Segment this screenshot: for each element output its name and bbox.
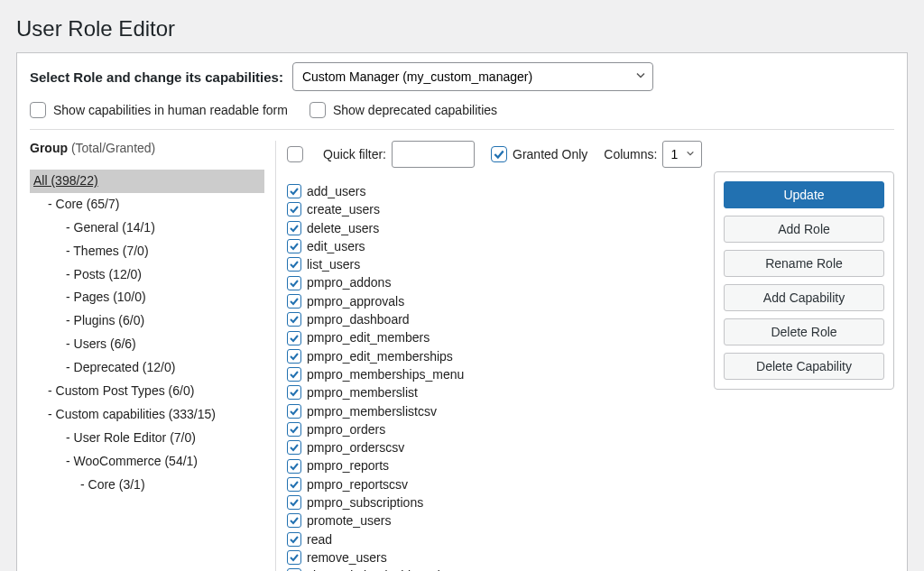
capability-label: pmpro_addons [307, 273, 391, 291]
group-item[interactable]: - Core (3/1) [30, 474, 264, 497]
capability-label: create_users [307, 200, 380, 218]
capability-label: read [307, 530, 332, 548]
group-item-label: - User Role Editor (7/0) [66, 430, 196, 445]
capability-checkbox[interactable] [287, 331, 301, 345]
capability-checkbox[interactable] [287, 312, 301, 327]
capability-label: pmpro_memberships_menu [307, 365, 464, 383]
update-button[interactable]: Update [724, 181, 884, 208]
select-all-checkbox[interactable] [287, 146, 303, 162]
capability-label: pmpro_approvals [307, 292, 404, 310]
group-item-label: - Users (6/6) [66, 336, 136, 351]
group-item-label: - Core (65/7) [48, 197, 119, 211]
group-item[interactable]: - Posts (12/0) [30, 263, 264, 287]
capability-checkbox[interactable] [287, 440, 301, 455]
capability-label: pmpro_dashboard [307, 310, 410, 328]
capability-label: pmpro_subscriptions [307, 493, 423, 511]
show-deprecated-label: Show deprecated capabilities [333, 103, 497, 117]
capabilities-list: add_userscreate_usersdelete_usersedit_us… [287, 182, 703, 571]
capability-item: edit_users [287, 237, 703, 255]
capability-label: pmpro_edit_memberships [307, 347, 453, 365]
capability-item: read [287, 530, 703, 548]
capability-checkbox[interactable] [287, 404, 301, 419]
show-deprecated-checkbox[interactable] [310, 102, 326, 118]
columns-select[interactable]: 1 [662, 141, 702, 168]
group-item[interactable]: - User Role Editor (7/0) [30, 427, 264, 450]
capability-label: pmpro_memberslistcsv [307, 402, 437, 420]
add-capability-button[interactable]: Add Capability [724, 284, 884, 311]
delete-capability-button[interactable]: Delete Capability [724, 353, 884, 380]
capability-checkbox[interactable] [287, 202, 301, 216]
group-item[interactable]: - Pages (10/0) [30, 286, 264, 309]
capability-checkbox[interactable] [287, 239, 301, 253]
capability-checkbox[interactable] [287, 459, 301, 474]
group-item[interactable]: - General (14/1) [30, 216, 264, 240]
group-item[interactable]: - Custom Post Types (6/0) [30, 380, 264, 403]
delete-role-button[interactable]: Delete Role [724, 318, 884, 345]
granted-only-label: Granted Only [513, 147, 587, 161]
capability-checkbox[interactable] [287, 385, 301, 400]
editor-panel: Select Role and change its capabilities:… [16, 52, 908, 571]
capability-checkbox[interactable] [287, 477, 301, 492]
quick-filter-label: Quick filter: [323, 147, 386, 161]
columns-label: Columns: [604, 147, 657, 161]
show-readable-label: Show capabilities in human readable form [53, 103, 288, 117]
capability-checkbox[interactable] [287, 294, 301, 309]
rename-role-button[interactable]: Rename Role [724, 250, 884, 277]
capability-checkbox[interactable] [287, 532, 301, 547]
capability-label: pmpro_memberslist [307, 383, 418, 401]
capability-checkbox[interactable] [287, 257, 301, 272]
group-item-label: - Posts (12/0) [66, 267, 142, 281]
role-select[interactable]: Custom Manager (my_custom_manager) [292, 62, 653, 91]
capability-checkbox[interactable] [287, 422, 301, 437]
group-list: All (398/22)- Core (65/7)- General (14/1… [30, 170, 264, 496]
capability-item: pmpro_orders [287, 420, 703, 438]
capability-item: create_users [287, 200, 703, 218]
group-item[interactable]: - Custom capabilities (333/15) [30, 403, 264, 427]
capability-item: pmpro_reportscsv [287, 475, 703, 493]
capability-item: delete_users [287, 219, 703, 237]
capability-checkbox[interactable] [287, 276, 301, 290]
capability-checkbox[interactable] [287, 184, 301, 198]
capability-label: pmpro_reports [307, 456, 389, 474]
granted-only-checkbox[interactable] [491, 146, 507, 162]
capability-item: pmpro_dashboard [287, 310, 703, 328]
group-item[interactable]: - Themes (7/0) [30, 240, 264, 263]
capability-checkbox[interactable] [287, 367, 301, 382]
group-item-label: - WooCommerce (54/1) [66, 454, 198, 468]
capability-label: add_users [307, 182, 365, 200]
add-role-button[interactable]: Add Role [724, 216, 884, 243]
capability-item: view_admin_dashboard [287, 566, 703, 571]
group-header: Group (Total/Granted) [30, 141, 264, 161]
capability-checkbox[interactable] [287, 495, 301, 510]
capability-item: pmpro_reports [287, 456, 703, 474]
group-item[interactable]: - Deprecated (12/0) [30, 356, 264, 380]
show-readable-checkbox[interactable] [30, 102, 46, 118]
capability-item: promote_users [287, 511, 703, 530]
capability-item: pmpro_subscriptions [287, 493, 703, 511]
quick-filter-input[interactable] [392, 141, 475, 168]
capability-item: pmpro_edit_memberships [287, 347, 703, 365]
group-item-label: - Custom Post Types (6/0) [48, 383, 194, 398]
group-item[interactable]: - Core (65/7) [30, 193, 264, 216]
capability-label: remove_users [307, 548, 387, 566]
capability-checkbox[interactable] [287, 513, 301, 528]
capability-label: delete_users [307, 219, 379, 237]
capability-checkbox[interactable] [287, 221, 301, 235]
capability-item: pmpro_addons [287, 273, 703, 291]
capability-item: pmpro_memberslistcsv [287, 402, 703, 420]
group-item[interactable]: - Plugins (6/0) [30, 309, 264, 333]
group-item[interactable]: - WooCommerce (54/1) [30, 450, 264, 474]
capability-label: pmpro_edit_members [307, 328, 430, 346]
capability-label: pmpro_reportscsv [307, 475, 408, 493]
capability-item: pmpro_orderscsv [287, 438, 703, 456]
capability-item: pmpro_memberships_menu [287, 365, 703, 383]
actions-box: Update Add Role Rename Role Add Capabili… [714, 171, 894, 390]
group-item[interactable]: All (398/22) [30, 170, 264, 193]
capability-label: promote_users [307, 511, 391, 530]
capability-item: add_users [287, 182, 703, 200]
capability-checkbox[interactable] [287, 349, 301, 364]
capability-checkbox[interactable] [287, 550, 301, 565]
role-select-label: Select Role and change its capabilities: [30, 69, 283, 85]
group-item-label: - General (14/1) [66, 220, 155, 235]
group-item[interactable]: - Users (6/6) [30, 333, 264, 356]
